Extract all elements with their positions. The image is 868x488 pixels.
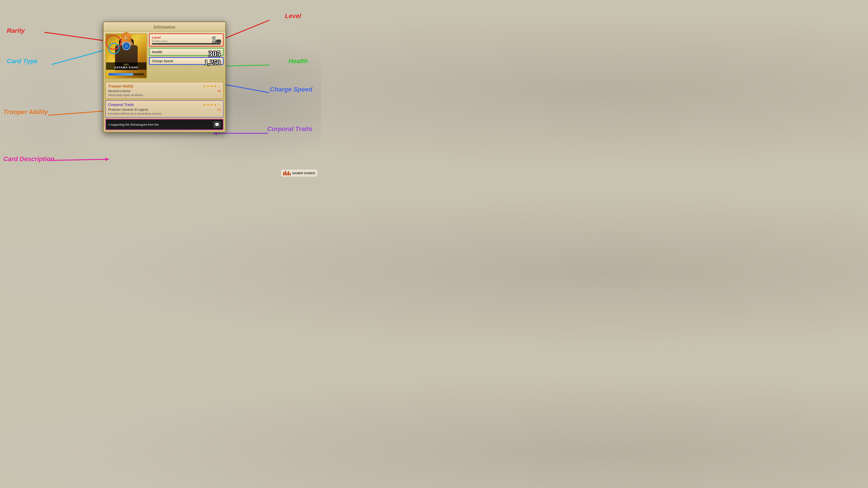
annotation-trooper-ability: Trooper Ability (3, 108, 48, 116)
gamer-guides-logo: GAMER GUIDES (281, 169, 317, 177)
card-description-section: n supporting the Shinsengumi from the 💬 (105, 119, 223, 130)
trooper-name-row: Heroine's Armor +5 (108, 89, 221, 93)
svg-line-14 (49, 159, 108, 160)
corporal-trait-name: Protector General of Legend (108, 108, 148, 111)
annotation-level: Level (285, 12, 301, 20)
logo-bar-1 (283, 172, 284, 175)
corporal-trait-description: Increases defense by a tremendous amount… (108, 112, 221, 115)
charge-value: 1,250 (204, 58, 221, 67)
card-name-area: Lv.1 SAYAMA KAHO (106, 62, 147, 70)
card-level-badge: Lv.1 (107, 63, 145, 66)
logo-bar-2 (285, 171, 286, 175)
info-panel: Information Lv.1 SAYAMA (103, 22, 226, 133)
card-character-name: SAYAMA KAHO (107, 66, 145, 69)
to-next-bar (152, 43, 221, 44)
card-progress-fill (108, 73, 133, 75)
corporal-stars: ★★★★☆ (203, 103, 221, 107)
level-label: Level (152, 35, 221, 39)
health-box: Health 305 (149, 48, 223, 56)
corporal-title: Corporal Traits (108, 103, 134, 107)
trooper-title: Trooper Ability (108, 84, 133, 88)
svg-line-2 (52, 48, 110, 64)
card-image-area: Lv.1 SAYAMA KAHO L (105, 33, 147, 78)
speech-bubble-icon: 💬 (213, 121, 221, 128)
top-section: Lv.1 SAYAMA KAHO L Level 1/99 To N (103, 32, 225, 80)
svg-line-0 (45, 32, 107, 41)
svg-line-10 (49, 111, 108, 115)
card-progress-bar (108, 73, 144, 76)
panel-title: Information (103, 22, 225, 32)
trooper-ability-name: Heroine's Armor (108, 89, 131, 93)
corporal-traits-section: Corporal Traits ★★★★☆ Protector General … (105, 100, 223, 118)
card-type-circle (122, 42, 130, 50)
annotation-card-type: Card Type (7, 58, 37, 65)
corporal-plus: +1 (217, 108, 221, 111)
logo-bar-3 (286, 173, 287, 175)
to-next-label: To Next Level: (152, 40, 221, 42)
corporal-name-row: Protector General of Legend +1 (108, 108, 221, 111)
gamer-guides-text: GAMER GUIDES (292, 171, 315, 175)
annotation-health: Health (288, 58, 308, 65)
trooper-header: Trooper Ability ★★★★☆ (108, 84, 221, 88)
svg-marker-15 (105, 158, 108, 161)
logo-bar-4 (288, 171, 289, 175)
level-box: Level 1/99 To Next Level: (149, 33, 223, 46)
trooper-ability-section: Trooper Ability ★★★★☆ Heroine's Armor +5… (105, 82, 223, 99)
corporal-header: Corporal Traits ★★★★☆ (108, 103, 221, 107)
level-value: 1/99 (212, 35, 221, 44)
charge-box: Charge Speed 1,250 (149, 57, 223, 65)
logo-bars (283, 171, 291, 175)
annotation-charge-speed: Charge Speed (270, 86, 312, 93)
annotation-rarity: Rarity (7, 27, 25, 34)
trooper-plus: +5 (217, 89, 221, 93)
annotation-corporal-traits: Corporal Traits (267, 125, 312, 133)
logo-bar-5 (289, 173, 291, 175)
annotation-card-description: Card Description (3, 156, 55, 163)
trooper-ability-description: Temporarily repels all attacks. (108, 94, 221, 97)
card-description-text: n supporting the Shinsengumi from the (108, 123, 212, 126)
trooper-stars: ★★★★☆ (203, 84, 221, 88)
stats-area: Level 1/99 To Next Level: Health 305 Cha… (149, 33, 223, 78)
